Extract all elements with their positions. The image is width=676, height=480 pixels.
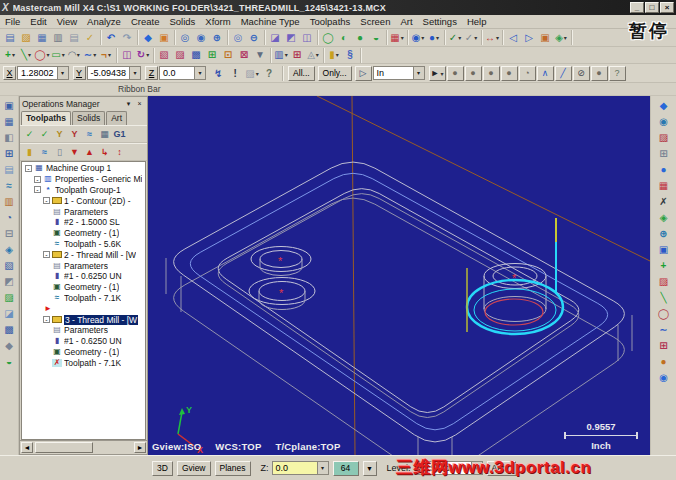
tree-item-label[interactable]: Toolpath - 5.6K	[64, 239, 121, 249]
gview-icon[interactable]: ◉▾	[410, 31, 426, 45]
tree-item-label[interactable]: Parameters	[64, 325, 108, 335]
tree-item-toolpath-7-1k[interactable]: ≈Toolpath - 7.1K	[22, 293, 145, 304]
machine-def-icon[interactable]: ▼	[252, 48, 268, 62]
select-null-icon[interactable]: ⊘	[573, 66, 590, 81]
scroll-left-icon[interactable]: ◄	[21, 442, 33, 453]
construction-depth-icon[interactable]: ◬▾	[305, 48, 321, 62]
zoom-out-icon[interactable]: ⊖	[246, 31, 262, 45]
z-coordinate-value[interactable]: 0.0	[160, 68, 194, 78]
units-combo[interactable]: In ▾	[373, 66, 425, 80]
x-coordinate-combo[interactable]: 1.28002 ▾	[17, 66, 69, 80]
left-toolbar-icon-1[interactable]: ▣	[1, 98, 18, 113]
select-cursor-icon[interactable]: ►▾	[429, 66, 446, 81]
z-coordinate-button[interactable]: Z	[145, 66, 158, 80]
select-only-button[interactable]: Only...	[318, 66, 352, 81]
menu-file[interactable]: File	[0, 15, 25, 28]
select-pencil-icon[interactable]: ╱	[555, 66, 572, 81]
lock-posting-icon[interactable]: ▯	[52, 145, 67, 159]
select-all-operations-icon[interactable]: ✓	[22, 127, 37, 141]
tab-toolpaths[interactable]: Toolpaths	[21, 111, 71, 125]
verify-icon[interactable]: ▦	[97, 127, 112, 141]
right-toolbar-icon-12[interactable]: ▨	[655, 274, 672, 289]
left-toolbar-icon-12[interactable]: ◩	[1, 274, 18, 289]
right-toolbar-icon-13[interactable]: ╲	[655, 290, 672, 305]
menu-help[interactable]: Help	[462, 15, 492, 28]
analyze-distance-icon[interactable]: ↔▾	[484, 31, 500, 45]
tree-item-2-thread-mill-w[interactable]: -2 - Thread Mill - [W	[22, 249, 145, 260]
right-toolbar-icon-2[interactable]: ◉	[655, 114, 672, 129]
planes-button[interactable]: Planes	[215, 461, 251, 476]
y-combo-caret-icon[interactable]: ▾	[129, 67, 140, 79]
screen-stats-icon[interactable]: ▥▾	[273, 48, 289, 62]
regen-selected-icon[interactable]: Y	[52, 127, 67, 141]
analyze-distance-caret-icon[interactable]: ▾	[496, 31, 499, 45]
maximize-button[interactable]: □	[645, 2, 659, 13]
backplot-icon[interactable]: ≈	[82, 127, 97, 141]
panel-collapse-icon[interactable]: ▾	[123, 100, 134, 108]
file-open-icon[interactable]: ▨	[18, 31, 34, 45]
y-coordinate-value[interactable]: -5.09438	[88, 68, 130, 78]
blank-entity-icon[interactable]: ◩	[283, 31, 299, 45]
isolate-entities-icon[interactable]: ▷	[521, 31, 537, 45]
toolpath-drill-icon[interactable]: ▨	[172, 48, 188, 62]
right-toolbar-icon-8[interactable]: ◈	[655, 210, 672, 225]
dynamic-gview-icon[interactable]: ◆	[140, 31, 156, 45]
create-rect-icon[interactable]: ▭▾	[50, 48, 66, 62]
tree-item-label[interactable]: Parameters	[64, 207, 108, 217]
tree-item-1-0-6250-un[interactable]: ▮#1 - 0.6250 UN	[22, 271, 145, 282]
create-fillet-icon[interactable]: ◠▾	[66, 48, 82, 62]
tree-item-toolpath-5-6k[interactable]: ≈Toolpath - 5.6K	[22, 239, 145, 250]
gview-button[interactable]: Gview	[177, 461, 211, 476]
tree-expand-icon[interactable]: -	[43, 316, 50, 323]
create-drafting-caret-icon[interactable]: ▾	[108, 48, 111, 62]
color-swatch-button[interactable]: 64	[333, 461, 359, 476]
menu-solids[interactable]: Solids	[164, 15, 200, 28]
move-insert-down-icon[interactable]: ▼	[67, 145, 82, 159]
right-toolbar-icon-6[interactable]: ▦	[655, 178, 672, 193]
file-save-icon[interactable]: ▦	[34, 31, 50, 45]
menu-settings[interactable]: Settings	[418, 15, 462, 28]
toolpath-surface-icon[interactable]: ⊡	[220, 48, 236, 62]
right-toolbar-icon-18[interactable]: ◉	[655, 370, 672, 385]
tree-insert-marker[interactable]: ►	[22, 303, 145, 314]
left-toolbar-icon-7[interactable]: ▥	[1, 194, 18, 209]
left-toolbar-icon-10[interactable]: ◈	[1, 242, 18, 257]
menu-view[interactable]: View	[52, 15, 82, 28]
tree-expand-icon[interactable]: -	[43, 197, 50, 204]
tree-item-label[interactable]: 1 - Contour (2D) -	[64, 196, 131, 206]
translucent-shading-icon[interactable]: ◐	[336, 31, 352, 45]
tree-item-label[interactable]: Properties - Generic Mi	[55, 174, 142, 184]
tree-expand-icon[interactable]: -	[34, 186, 41, 193]
xform-rotate-caret-icon[interactable]: ▾	[146, 48, 149, 62]
screen-grab-icon[interactable]: ▤	[66, 31, 82, 45]
redo-icon[interactable]: ↷	[119, 31, 135, 45]
select-solids-icon[interactable]: ●	[591, 66, 608, 81]
file-print-icon[interactable]: ▥	[50, 31, 66, 45]
tree-item-label[interactable]: Geometry - (1)	[64, 228, 119, 238]
left-toolbar-icon-6[interactable]: ≈	[1, 178, 18, 193]
zoom-target-icon[interactable]: ◉	[193, 31, 209, 45]
create-spline-caret-icon[interactable]: ▾	[93, 48, 96, 62]
select-chain-icon[interactable]: ●	[501, 66, 518, 81]
x-coordinate-button[interactable]: X	[3, 66, 16, 80]
select-polygon-icon[interactable]: ●	[465, 66, 482, 81]
left-toolbar-icon-3[interactable]: ◧	[1, 130, 18, 145]
insert-arrow-icon[interactable]: ↳	[97, 145, 112, 159]
menu-edit[interactable]: Edit	[25, 15, 51, 28]
right-toolbar-icon-17[interactable]: ●	[655, 354, 672, 369]
select-window-icon[interactable]: ●	[447, 66, 464, 81]
menu-toolpaths[interactable]: Toolpaths	[305, 15, 356, 28]
tree-item-label[interactable]: Toolpath - 7.1K	[64, 358, 121, 368]
left-toolbar-icon-5[interactable]: ▤	[1, 162, 18, 177]
tree-item-geometry-1[interactable]: ▣Geometry - (1)	[22, 347, 145, 358]
file-new-icon[interactable]: ▤	[2, 31, 18, 45]
tree-item-toolpath-group-1[interactable]: -*Toolpath Group-1	[22, 185, 145, 196]
tree-item-parameters[interactable]: ▤Parameters	[22, 325, 145, 336]
tree-item-label[interactable]: Parameters	[64, 261, 108, 271]
y-coordinate-button[interactable]: Y	[73, 66, 86, 80]
fastpoint-icon[interactable]: ↯	[210, 66, 226, 81]
tree-item-label[interactable]: Toolpath Group-1	[55, 185, 121, 195]
y-coordinate-combo[interactable]: -5.09438 ▾	[87, 66, 142, 80]
select-vertex-icon[interactable]: ∧	[537, 66, 554, 81]
undo-icon[interactable]: ↶	[103, 31, 119, 45]
